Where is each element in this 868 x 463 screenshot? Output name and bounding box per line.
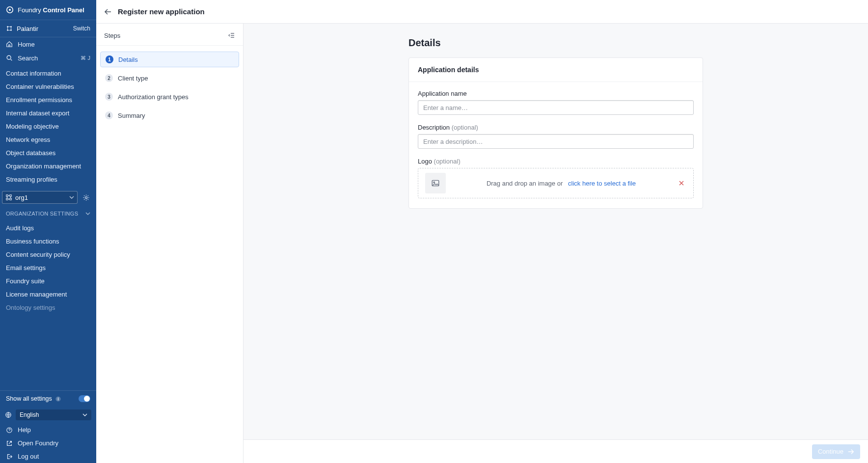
- field-description: Description (optional): [418, 124, 694, 149]
- search-icon: [6, 54, 13, 61]
- sidebar-item-license-management[interactable]: License management: [0, 288, 96, 301]
- open-foundry-link[interactable]: Open Foundry: [0, 436, 96, 450]
- brand: Foundry Control Panel: [0, 0, 96, 20]
- org-settings-section-header[interactable]: ORGANIZATION SETTINGS: [0, 207, 96, 219]
- home-icon: [6, 41, 13, 48]
- sidebar-item-audit-logs[interactable]: Audit logs: [0, 221, 96, 235]
- logout-link[interactable]: Log out: [0, 450, 96, 463]
- language-value: English: [20, 411, 39, 418]
- dropzone-clear-button[interactable]: [677, 178, 686, 188]
- sidebar-item-object-databases[interactable]: Object databases: [0, 146, 96, 160]
- step-details[interactable]: 1 Details: [100, 52, 239, 67]
- page-heading: Details: [408, 37, 703, 49]
- dropzone-thumbnail: [425, 173, 446, 193]
- foundry-logo-icon: [6, 6, 14, 14]
- sidebar-item-ontology-settings[interactable]: Ontology settings: [0, 301, 96, 312]
- logo-dropzone[interactable]: Drag and drop an image or click here to …: [418, 168, 694, 198]
- dropzone-text: Drag and drop an image or click here to …: [453, 180, 670, 187]
- caret-down-icon: [69, 195, 74, 200]
- nav-search[interactable]: Search ⌘ J: [0, 51, 96, 65]
- language-select[interactable]: English: [16, 409, 91, 420]
- svg-rect-8: [10, 195, 12, 197]
- sidebar-item-streaming-profiles[interactable]: Streaming profiles: [0, 173, 96, 186]
- sidebar-item-enrollment-permissions[interactable]: Enrollment permissions: [0, 93, 96, 107]
- logout-label: Log out: [18, 453, 39, 460]
- steps-header-label: Steps: [104, 32, 120, 39]
- content-scroll: Details Application details Application …: [244, 24, 868, 439]
- collapse-steps-button[interactable]: [227, 31, 235, 39]
- search-shortcut: ⌘ J: [81, 55, 90, 61]
- nav-list: Contact information Container vulnerabil…: [0, 65, 96, 188]
- description-label: Description (optional): [418, 124, 694, 131]
- help-icon: [6, 427, 13, 434]
- globe-icon: [5, 411, 12, 418]
- step-summary[interactable]: 4 Summary: [100, 108, 239, 123]
- content: Details Application details Application …: [399, 37, 713, 209]
- svg-rect-7: [6, 195, 8, 197]
- sidebar-item-network-egress[interactable]: Network egress: [0, 133, 96, 146]
- step-number: 3: [105, 93, 113, 101]
- step-label: Summary: [118, 112, 145, 119]
- sidebar-item-contact-information[interactable]: Contact information: [0, 67, 96, 80]
- chevron-down-icon: [85, 211, 90, 216]
- card-body: Application name Description (optional): [409, 82, 703, 208]
- field-logo: Logo (optional) Drag and drop an image o…: [418, 158, 694, 198]
- open-foundry-label: Open Foundry: [18, 439, 58, 447]
- field-application-name: Application name: [418, 90, 694, 115]
- org-dropdown-row: org1: [0, 188, 96, 207]
- sidebar-item-content-security-policy[interactable]: Content security policy: [0, 248, 96, 261]
- switch-tenant-link[interactable]: Switch: [73, 25, 90, 32]
- show-all-settings-toggle[interactable]: [79, 395, 90, 402]
- sidebar-item-internal-dataset-export[interactable]: Internal dataset export: [0, 107, 96, 120]
- help-link[interactable]: Help: [0, 423, 96, 436]
- svg-rect-10: [10, 198, 12, 200]
- org-settings-list: Audit logs Business functions Content se…: [0, 219, 96, 312]
- sidebar-item-email-settings[interactable]: Email settings: [0, 261, 96, 274]
- collapse-icon: [227, 31, 235, 39]
- svg-rect-9: [6, 198, 8, 200]
- org-icon: [5, 194, 12, 201]
- step-client-type[interactable]: 2 Client type: [100, 70, 239, 86]
- org-settings-gear-button[interactable]: [81, 192, 91, 203]
- svg-point-11: [85, 196, 87, 198]
- application-details-card: Application details Application name Des…: [408, 57, 703, 209]
- caret-down-icon: [82, 412, 87, 417]
- page-�title: Register new application: [118, 7, 205, 16]
- tenant-name: Palantir: [17, 25, 38, 32]
- show-all-settings-label: Show all settings: [6, 395, 52, 402]
- content-wrap: Details Application details Application …: [244, 24, 868, 463]
- application-name-input[interactable]: [418, 100, 694, 115]
- main: Register new application Steps 1 Details…: [96, 0, 868, 463]
- brand-bold: Control Panel: [43, 6, 84, 14]
- sidebar-item-organization-management[interactable]: Organization management: [0, 160, 96, 173]
- dropzone-select-link[interactable]: click here to select a file: [568, 180, 636, 187]
- sidebar: Foundry Control Panel Palantir Switch Ho…: [0, 0, 96, 463]
- description-input[interactable]: [418, 134, 694, 149]
- sidebar-item-business-functions[interactable]: Business functions: [0, 235, 96, 248]
- sidebar-item-container-vulnerabilities[interactable]: Container vulnerabilities: [0, 80, 96, 93]
- nav-search-label: Search: [18, 54, 38, 62]
- footer-bar: Continue: [244, 439, 868, 463]
- logo-label: Logo (optional): [418, 158, 694, 165]
- continue-button[interactable]: Continue: [812, 444, 860, 459]
- arrow-right-icon: [847, 448, 854, 455]
- steps-list: 1 Details 2 Client type 3 Authorization …: [96, 46, 243, 129]
- svg-point-6: [7, 55, 11, 59]
- nav-home[interactable]: Home: [0, 37, 96, 51]
- image-icon: [431, 179, 440, 188]
- org-selector[interactable]: org1: [2, 191, 78, 204]
- logout-icon: [6, 453, 13, 460]
- info-icon: [55, 396, 61, 402]
- step-label: Authorization grant types: [118, 93, 189, 101]
- topbar: Register new application: [96, 0, 868, 24]
- brand-light: Foundry: [18, 6, 41, 14]
- back-button[interactable]: [104, 8, 112, 16]
- sidebar-footer: Show all settings English Help Open Foun…: [0, 390, 96, 463]
- svg-point-1: [9, 9, 11, 11]
- sidebar-item-foundry-suite[interactable]: Foundry suite: [0, 274, 96, 288]
- application-name-label: Application name: [418, 90, 694, 97]
- external-link-icon: [6, 440, 13, 447]
- sidebar-item-modeling-objective[interactable]: Modeling objective: [0, 120, 96, 133]
- step-authorization-grant-types[interactable]: 3 Authorization grant types: [100, 89, 239, 105]
- org-selector-value: org1: [15, 194, 28, 201]
